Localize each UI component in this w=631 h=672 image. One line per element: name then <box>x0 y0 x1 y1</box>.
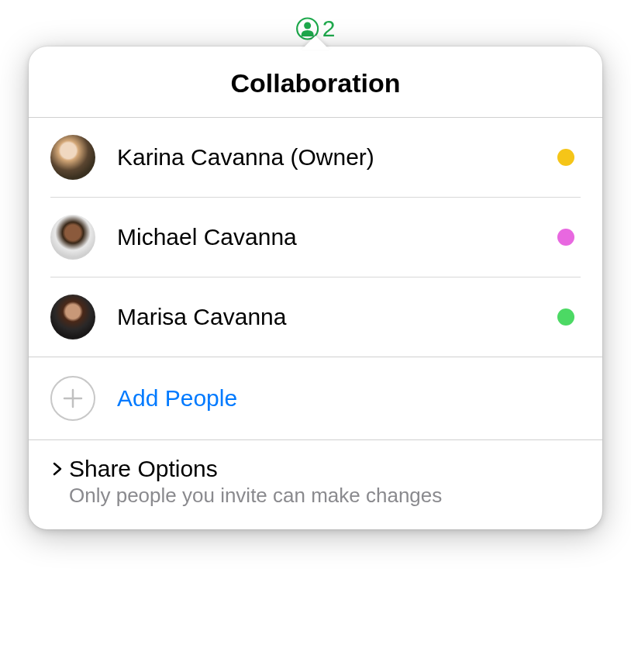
status-dot <box>557 308 574 326</box>
collaborator-name: Karina Cavanna (Owner) <box>117 144 557 171</box>
collaborator-row[interactable]: Marisa Cavanna <box>50 277 581 357</box>
status-dot <box>557 229 574 246</box>
avatar <box>50 135 95 180</box>
plus-icon <box>50 376 95 421</box>
svg-point-1 <box>304 22 311 29</box>
share-options-subtitle: Only people you invite can make changes <box>69 484 581 508</box>
add-people-label: Add People <box>117 385 237 412</box>
collaboration-popover: Collaboration Karina Cavanna (Owner) Mic… <box>29 47 602 529</box>
collaborator-name: Marisa Cavanna <box>117 304 557 330</box>
popover-title: Collaboration <box>29 68 602 98</box>
add-people-button[interactable]: Add People <box>50 357 581 439</box>
collaborator-name: Michael Cavanna <box>117 224 557 250</box>
status-dot <box>557 149 574 166</box>
add-people-section: Add People <box>29 357 602 439</box>
avatar <box>50 295 95 339</box>
collaborator-row[interactable]: Michael Cavanna <box>50 198 581 277</box>
share-options-button[interactable]: Share Options Only people you invite can… <box>29 439 602 529</box>
collaborators-list: Karina Cavanna (Owner) Michael Cavanna M… <box>29 118 602 357</box>
collaborator-row[interactable]: Karina Cavanna (Owner) <box>50 118 581 198</box>
share-options-title: Share Options <box>69 456 218 482</box>
avatar <box>50 215 95 260</box>
chevron-right-icon <box>50 462 64 476</box>
popover-header: Collaboration <box>29 47 602 118</box>
popover-arrow <box>302 36 329 50</box>
